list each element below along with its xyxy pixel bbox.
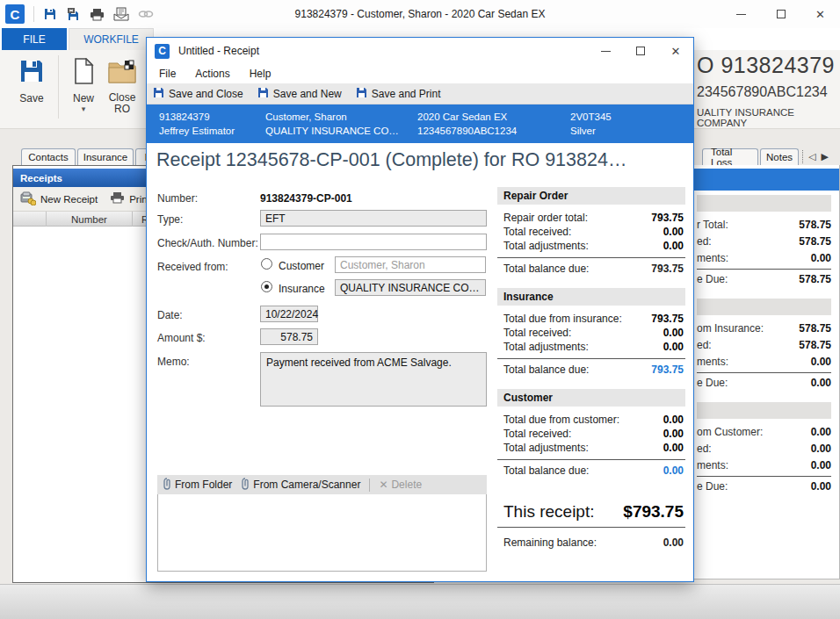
divider: [369, 479, 370, 492]
info-plate: 2V0T345: [570, 110, 612, 124]
insurance-name-field[interactable]: QUALITY INSURANCE CO…: [335, 279, 486, 296]
total-row: ed:578.75: [697, 337, 839, 354]
info-estimator: Jeffrey Estimator: [159, 124, 235, 138]
close-ro-folder-icon: [107, 54, 137, 92]
divider: [497, 459, 685, 460]
tab-workfile[interactable]: WORKFILE: [69, 28, 154, 50]
app-logo: C: [5, 4, 25, 24]
from-camera-scanner-label: From Camera/Scanner: [253, 479, 360, 491]
total-row: ments:0.00: [697, 354, 839, 371]
total-row: ed:578.75: [697, 234, 839, 250]
email-icon[interactable]: [113, 7, 129, 21]
dialog-minimize-button[interactable]: [588, 38, 623, 64]
memo-field[interactable]: Payment received from ACME Salvage.: [260, 352, 487, 407]
info-vin: 1234567890ABC1234: [417, 124, 517, 138]
save-icon[interactable]: [43, 7, 57, 21]
info-vehicle: 2020 Car Sedan EX: [417, 110, 517, 124]
check-auth-field[interactable]: [260, 234, 487, 250]
total-row: om Insurance:578.75: [697, 320, 839, 337]
summary-row: Total received:0.00: [497, 427, 685, 441]
dialog-maximize-button[interactable]: [623, 38, 658, 64]
status-bar: [0, 584, 840, 619]
receipt-heading: Receipt 12345678-CP-001 (Complete) for R…: [156, 149, 684, 171]
receipt-summary-panel: Repair Order Repair order total:793.75 T…: [497, 187, 685, 549]
minimize-button[interactable]: [721, 0, 761, 28]
save-all-icon[interactable]: [66, 7, 81, 21]
print-button[interactable]: Print: [110, 192, 150, 205]
section-header-repair-order: Repair Order: [497, 187, 685, 205]
ro-vin: 234567890ABC1234: [697, 84, 840, 100]
save-and-new-button[interactable]: Save and New: [257, 87, 342, 101]
new-button[interactable]: New ▾: [64, 54, 103, 119]
close-ro-button[interactable]: Close RO: [103, 54, 141, 119]
amount-field[interactable]: 578.75: [260, 328, 318, 345]
column-number[interactable]: Number: [47, 212, 133, 227]
maximize-button[interactable]: [761, 0, 800, 28]
info-ro-number: 913824379: [159, 110, 235, 124]
summary-total-row: Total balance due:0.00: [497, 464, 685, 479]
info-customer: Customer, Sharon: [265, 110, 399, 124]
tab-file[interactable]: FILE: [2, 28, 67, 50]
summary-row: Total adjustments:0.00: [497, 340, 685, 354]
summary-row: Total adjustments:0.00: [497, 239, 685, 253]
section-header-insurance: Insurance: [497, 288, 685, 306]
divider: [697, 269, 831, 270]
info-insurance: QUALITY INSURANCE CO…: [265, 124, 399, 138]
save-icon: [18, 54, 45, 92]
print-icon: [110, 192, 125, 205]
save-and-close-label: Save and Close: [169, 88, 243, 100]
tab-insurance[interactable]: Insurance: [77, 148, 134, 165]
save-label: Save: [19, 92, 43, 104]
summary-total-row: Total balance due:793.75: [497, 363, 685, 378]
tab-contacts[interactable]: Contacts: [21, 148, 76, 165]
dialog-close-button[interactable]: ✕: [658, 38, 693, 64]
save-icon: [153, 87, 164, 101]
date-field[interactable]: 10/22/2024: [260, 306, 318, 322]
from-camera-scanner-button[interactable]: From Camera/Scanner: [241, 478, 360, 493]
summary-total-row: Total balance due:793.75: [497, 262, 685, 277]
customer-radio[interactable]: [261, 258, 272, 270]
number-label: Number:: [157, 192, 198, 205]
save-and-print-button[interactable]: Save and Print: [356, 87, 441, 101]
summary-row: Total due from customer:0.00: [497, 413, 685, 427]
delete-attachment-button: ✕ Delete: [379, 479, 422, 491]
customer-radio-label[interactable]: Customer: [279, 260, 324, 272]
chevron-down-icon: ▾: [82, 104, 86, 113]
close-button[interactable]: ✕: [800, 0, 840, 28]
app-logo: C: [155, 44, 170, 59]
delete-x-icon: ✕: [379, 479, 387, 491]
summary-row: Total adjustments:0.00: [497, 441, 685, 455]
divider: [697, 372, 831, 373]
application-window: C 913824379 - Customer, Sharon - 2020 Ca…: [0, 0, 840, 619]
print-icon[interactable]: [90, 8, 105, 21]
attachments-drop-area[interactable]: [157, 494, 487, 572]
from-folder-button[interactable]: From Folder: [163, 478, 232, 493]
total-row: e Due:578.75: [697, 271, 839, 288]
new-label: New: [73, 92, 94, 104]
menu-help[interactable]: Help: [250, 68, 272, 80]
save-button[interactable]: Save: [12, 54, 51, 119]
insurance-radio-label[interactable]: Insurance: [279, 283, 325, 295]
column-blank[interactable]: [13, 212, 47, 227]
save-and-print-label: Save and Print: [372, 88, 441, 100]
type-field[interactable]: EFT: [260, 210, 487, 227]
ro-totals-panel-header: [694, 169, 839, 191]
menu-actions[interactable]: Actions: [195, 68, 229, 80]
paperclip-icon: [241, 478, 250, 493]
section-header-customer: Customer: [497, 389, 685, 407]
tab-total-loss[interactable]: Total Loss: [702, 148, 758, 165]
new-receipt-button[interactable]: New Receipt: [20, 191, 98, 207]
type-label: Type:: [157, 213, 183, 226]
close-icon: ✕: [671, 46, 681, 57]
maximize-icon: [777, 10, 786, 18]
tab-scroll-right-icon[interactable]: ▶: [821, 151, 828, 162]
tab-scroll-left-icon[interactable]: ◁: [808, 151, 815, 162]
insurance-radio[interactable]: [261, 281, 272, 292]
dialog-info-bar: 913824379 Jeffrey Estimator Customer, Sh…: [147, 104, 693, 143]
summary-row: Repair order total:793.75: [497, 211, 685, 225]
paperclip-icon: [163, 478, 171, 493]
tab-notes[interactable]: Notes: [760, 148, 799, 165]
save-and-close-button[interactable]: Save and Close: [153, 87, 243, 101]
menu-file[interactable]: File: [159, 68, 176, 80]
total-row: om Customer:0.00: [697, 424, 839, 441]
